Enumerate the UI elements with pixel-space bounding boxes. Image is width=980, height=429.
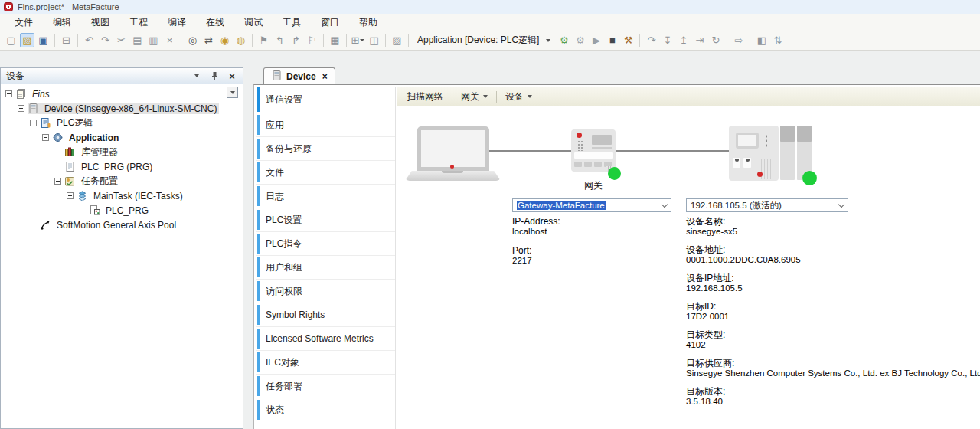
tree-item-label: SoftMotion General Axis Pool	[54, 220, 178, 231]
settings-item-9[interactable]: Symbol Rights	[256, 303, 395, 326]
menu-item-8[interactable]: 窗口	[311, 14, 349, 31]
tree-item-plc[interactable]: PLC逻辑	[1, 116, 243, 130]
start-icon[interactable]: ▶	[589, 33, 603, 47]
tree-item-device-sinsegye-x86-64-linux-sm-cnc[interactable]: Device (Sinsegye-x86_64-Linux-SM-CNC)	[1, 101, 243, 116]
tree-item-application[interactable]: Application	[1, 130, 243, 145]
single-cycle-icon[interactable]: ⚒	[621, 33, 635, 47]
new-project-icon[interactable]: ▢	[4, 33, 18, 47]
menu-item-0[interactable]: 文件	[5, 14, 43, 31]
plc-connector	[733, 158, 740, 168]
menu-item-2[interactable]: 视图	[81, 14, 119, 31]
tab-device[interactable]: Device ×	[263, 67, 335, 84]
toolbar-separator	[750, 34, 750, 47]
bookmarks-clear-icon[interactable]: ⚐	[305, 33, 319, 47]
settings-item-12[interactable]: 任务部署	[256, 374, 395, 398]
settings-item-8[interactable]: 访问权限	[256, 279, 395, 303]
tree-item-maintask-iec-tasks[interactable]: MainTask (IEC-Tasks)	[1, 188, 243, 203]
delete-icon[interactable]: ×	[162, 33, 177, 47]
settings-item-0[interactable]: 通信设置	[256, 87, 395, 113]
settings-item-7[interactable]: 用户和组	[256, 255, 395, 279]
tree-view-selector[interactable]	[227, 87, 238, 98]
replace-icon[interactable]: ⇄	[201, 33, 216, 47]
gateway-combo[interactable]: Gateway-MetaFacture	[512, 198, 671, 212]
tree-expander-icon[interactable]	[67, 192, 74, 199]
logout-icon[interactable]: ⚙	[573, 33, 587, 47]
new-object-icon[interactable]: ⊞	[351, 33, 365, 47]
settings-item-2[interactable]: 备份与还原	[256, 136, 395, 160]
menu-item-5[interactable]: 在线	[196, 14, 234, 31]
bookmark-next-icon[interactable]: ↱	[289, 33, 303, 47]
menu-item-9[interactable]: 帮助	[349, 14, 387, 31]
tree-item-[interactable]: 任务配置	[1, 174, 243, 188]
run-to-cursor-icon[interactable]: ⇥	[692, 33, 707, 47]
reset-icon[interactable]: ↻	[708, 33, 723, 47]
gateway-port-band	[574, 152, 612, 159]
device-tree: FinsDevice (Sinsegye-x86_64-Linux-SM-CNC…	[1, 85, 243, 428]
bookmark-prev-icon[interactable]: ↰	[273, 33, 287, 47]
step-over-icon[interactable]: ↷	[644, 33, 658, 47]
device-menu-button[interactable]: 设备	[501, 89, 537, 105]
panel-close-icon[interactable]: ×	[227, 70, 237, 81]
menu-item-6[interactable]: 调试	[234, 14, 273, 31]
tree-expander-icon[interactable]	[18, 105, 24, 112]
redo-icon[interactable]: ↷	[98, 33, 113, 47]
settings-item-1[interactable]: 应用	[256, 113, 395, 136]
tree-expander-icon[interactable]	[42, 134, 49, 141]
paste-special-icon[interactable]: ▦	[328, 33, 342, 47]
menu-item-1[interactable]: 编辑	[43, 14, 81, 31]
scan-network-button[interactable]: 扫描网络	[402, 89, 448, 105]
device-field-value: 4102	[686, 340, 980, 350]
task-config-icon	[64, 176, 76, 186]
find-icon[interactable]: ◎	[185, 33, 200, 47]
settings-item-3[interactable]: 文件	[256, 160, 395, 184]
tree-expander-icon[interactable]	[54, 178, 61, 185]
tree-expander-icon[interactable]	[30, 120, 37, 126]
settings-item-13[interactable]: 状态	[256, 398, 395, 421]
application-context-combo[interactable]: Application [Device: PLC逻辑]	[412, 33, 556, 48]
stop-icon[interactable]: ■	[605, 33, 619, 47]
open-project-icon[interactable]: ▧	[20, 33, 34, 47]
next-statement-icon[interactable]: ⇨	[731, 33, 746, 47]
panel-chevron-down-icon[interactable]	[191, 70, 202, 81]
compare-icon[interactable]: ▨	[390, 33, 404, 47]
panel-pin-icon[interactable]	[209, 70, 220, 81]
device-address-combo[interactable]: 192.168.105.5 (激活的)	[686, 198, 848, 212]
undo-icon[interactable]: ↶	[82, 33, 96, 47]
detach-icon[interactable]: ◫	[367, 33, 381, 47]
step-into-icon[interactable]: ↧	[660, 33, 675, 47]
menu-item-4[interactable]: 编译	[158, 14, 196, 31]
tab-close-icon[interactable]: ×	[322, 71, 328, 82]
device-field-label: 目标类型:	[686, 330, 980, 340]
tree-expander-icon[interactable]	[5, 90, 12, 97]
tree-item-softmotion-general-axis-pool[interactable]: SoftMotion General Axis Pool	[1, 218, 243, 232]
step-out-icon[interactable]: ↥	[676, 33, 691, 47]
tree-item-[interactable]: 库管理器	[1, 145, 243, 159]
cut-icon[interactable]: ✂	[114, 33, 129, 47]
menu-item-3[interactable]: 工程	[119, 14, 158, 31]
bookmark-icon[interactable]: ⚑	[256, 33, 271, 47]
gateway-port-label: Port:	[512, 246, 673, 256]
print-icon[interactable]: ⊟	[59, 33, 74, 47]
settings-item-11[interactable]: IEC对象	[256, 350, 395, 374]
paste-icon[interactable]: ▥	[146, 33, 161, 47]
settings-item-10[interactable]: Licensed Software Metrics	[256, 326, 395, 350]
gateway-menu-button[interactable]: 网关	[456, 89, 492, 105]
application-context-value: Application [Device: PLC逻辑]	[417, 34, 539, 47]
find-objects-icon[interactable]: ◉	[217, 33, 232, 47]
settings-item-6[interactable]: PLC指令	[256, 231, 395, 255]
tree-item-label: Fins	[30, 89, 52, 100]
save-icon[interactable]: ▣	[36, 33, 51, 47]
copy-icon[interactable]: ▤	[130, 33, 145, 47]
flow-control-icon[interactable]: ◧	[754, 33, 769, 47]
toolbar-separator	[181, 34, 181, 47]
settings-item-4[interactable]: 日志	[256, 184, 395, 208]
tree-item-fins[interactable]: Fins	[1, 87, 243, 101]
replace-objects-icon[interactable]: ◍	[234, 33, 248, 47]
settings-item-5[interactable]: PLC设置	[256, 208, 395, 231]
tree-item-plc-prg[interactable]: PLC_PRG	[1, 203, 243, 218]
force-values-icon[interactable]: ⇅	[770, 33, 785, 47]
tree-item-plc-prg-prg[interactable]: PLC_PRG (PRG)	[1, 159, 243, 174]
device-field: 目标类型:4102	[686, 330, 980, 350]
menu-item-7[interactable]: 工具	[273, 14, 311, 31]
login-icon[interactable]: ⚙	[557, 33, 571, 47]
